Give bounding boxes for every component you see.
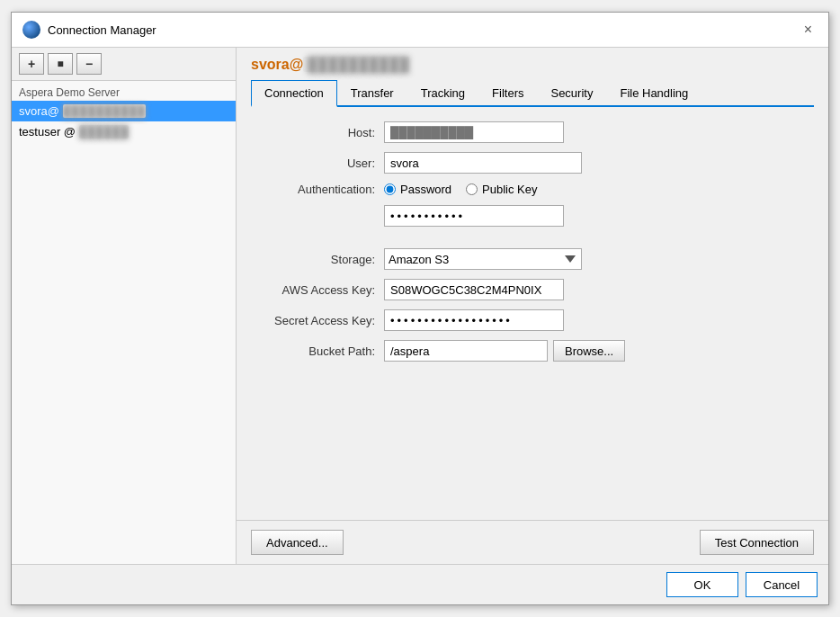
storage-label: Storage: bbox=[258, 253, 384, 266]
import-connection-button[interactable]: ■ bbox=[48, 53, 73, 75]
app-icon bbox=[22, 21, 40, 39]
sidebar-group-label: Aspera Demo Server bbox=[12, 81, 236, 101]
tab-tracking[interactable]: Tracking bbox=[407, 80, 478, 107]
form-area: Host: User: Authentication: Password bbox=[237, 107, 828, 520]
host-input[interactable] bbox=[384, 121, 564, 143]
user-input[interactable] bbox=[384, 152, 582, 174]
storage-select[interactable]: Local Amazon S3 Azure Google Cloud bbox=[384, 248, 582, 270]
bucket-row: Bucket Path: Browse... bbox=[258, 340, 807, 362]
connection-manager-dialog: Connection Manager × + ■ − Aspera Demo S… bbox=[11, 12, 829, 605]
auth-label: Authentication: bbox=[258, 183, 384, 196]
bucket-input[interactable] bbox=[384, 340, 548, 362]
auth-password-radio[interactable] bbox=[384, 183, 396, 195]
sidebar-toolbar: + ■ − bbox=[12, 48, 236, 81]
advanced-button[interactable]: Advanced... bbox=[251, 530, 344, 555]
auth-publickey-option[interactable]: Public Key bbox=[466, 183, 537, 196]
tab-bar: Connection Transfer Tracking Filters Sec… bbox=[251, 78, 814, 107]
auth-password-option[interactable]: Password bbox=[384, 183, 451, 196]
auth-options: Password Public Key bbox=[384, 183, 538, 196]
host-row: Host: bbox=[258, 121, 807, 143]
user-label: User: bbox=[258, 156, 384, 170]
password-row bbox=[258, 205, 807, 227]
tab-connection[interactable]: Connection bbox=[251, 80, 337, 107]
tab-transfer[interactable]: Transfer bbox=[337, 80, 407, 107]
secret-key-label: Secret Access Key: bbox=[258, 314, 384, 327]
bucket-label: Bucket Path: bbox=[258, 344, 384, 358]
remove-connection-button[interactable]: − bbox=[76, 53, 102, 75]
titlebar: Connection Manager × bbox=[12, 13, 828, 48]
cancel-button[interactable]: Cancel bbox=[746, 572, 818, 597]
sidebar-item-testuser[interactable]: testuser @ ██████ bbox=[12, 121, 236, 142]
tab-security[interactable]: Security bbox=[537, 80, 606, 107]
auth-publickey-label: Public Key bbox=[482, 183, 537, 196]
auth-publickey-radio[interactable] bbox=[466, 183, 478, 195]
sidebar-item-svora[interactable]: svora@ ██████████ bbox=[12, 101, 236, 121]
sidebar-item-testuser-label: testuser @ ██████ bbox=[19, 125, 129, 139]
connection-title: svora@ ██████████ bbox=[251, 57, 814, 73]
aws-key-input[interactable] bbox=[384, 279, 564, 300]
main-panel: svora@ ██████████ Connection Transfer Tr… bbox=[237, 48, 828, 564]
content-area: + ■ − Aspera Demo Server svora@ ████████… bbox=[12, 48, 828, 564]
aws-key-row: AWS Access Key: bbox=[258, 279, 807, 300]
bottom-bar: Advanced... Test Connection bbox=[237, 520, 828, 564]
auth-row: Authentication: Password Public Key bbox=[258, 183, 807, 196]
add-connection-button[interactable]: + bbox=[19, 53, 44, 75]
auth-password-label: Password bbox=[400, 183, 451, 196]
storage-row: Storage: Local Amazon S3 Azure Google Cl… bbox=[258, 248, 807, 270]
tab-filters[interactable]: Filters bbox=[478, 80, 537, 107]
close-button[interactable]: × bbox=[799, 20, 818, 40]
user-row: User: bbox=[258, 152, 807, 174]
browse-button[interactable]: Browse... bbox=[553, 340, 625, 362]
secret-key-input[interactable] bbox=[384, 309, 564, 331]
connection-header: svora@ ██████████ Connection Transfer Tr… bbox=[237, 48, 828, 107]
dialog-title: Connection Manager bbox=[48, 23, 156, 37]
sidebar-item-svora-label: svora@ ██████████ bbox=[19, 104, 146, 118]
host-label: Host: bbox=[258, 126, 384, 139]
tab-filehandling[interactable]: File Handling bbox=[606, 80, 701, 107]
sidebar: + ■ − Aspera Demo Server svora@ ████████… bbox=[12, 48, 237, 564]
test-connection-button[interactable]: Test Connection bbox=[700, 530, 814, 555]
dialog-footer: OK Cancel bbox=[12, 564, 828, 604]
aws-key-label: AWS Access Key: bbox=[258, 283, 384, 297]
secret-key-row: Secret Access Key: bbox=[258, 309, 807, 331]
ok-button[interactable]: OK bbox=[666, 572, 738, 597]
password-input[interactable] bbox=[384, 205, 564, 227]
titlebar-left: Connection Manager bbox=[22, 21, 156, 39]
